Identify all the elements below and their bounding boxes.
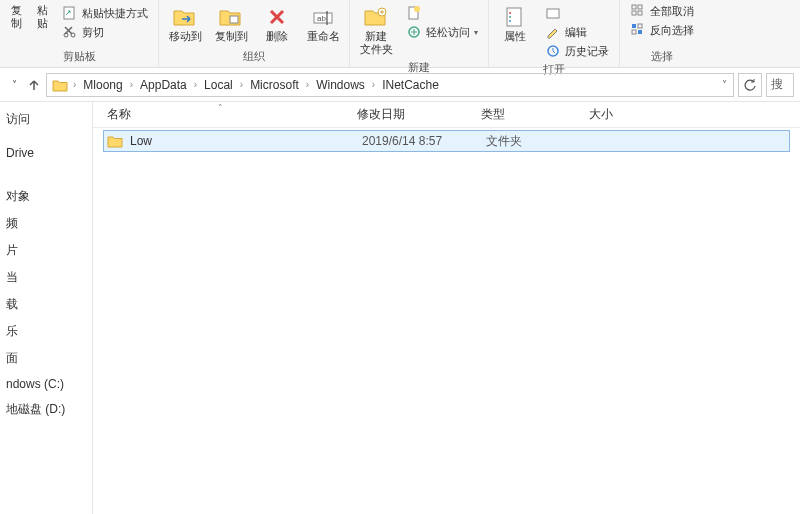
svg-rect-24 bbox=[638, 30, 642, 34]
copy-to-button[interactable]: 复制到 bbox=[209, 2, 253, 45]
svg-rect-17 bbox=[632, 5, 636, 9]
cut-button[interactable]: 剪切 bbox=[60, 23, 150, 41]
sidebar-item-drive-d[interactable]: 地磁盘 (D:) bbox=[0, 396, 92, 423]
svg-point-12 bbox=[509, 12, 511, 14]
chevron-right-icon[interactable]: › bbox=[72, 79, 77, 90]
rename-button[interactable]: ab 重命名 bbox=[301, 2, 345, 45]
svg-rect-20 bbox=[638, 11, 642, 15]
svg-rect-0 bbox=[64, 7, 74, 19]
move-to-icon bbox=[171, 4, 199, 30]
column-header-type[interactable]: 类型 bbox=[477, 106, 585, 123]
ribbon-group-organize: 移动到 复制到 删除 ab 重命名 组织 bbox=[159, 0, 350, 67]
group-label-select: 选择 bbox=[637, 47, 687, 67]
select-none-button[interactable]: 全部取消 bbox=[628, 2, 696, 20]
edit-icon bbox=[545, 24, 561, 40]
ribbon-group-clipboard: 复制 粘贴 粘贴快捷方式 剪切 剪贴板 bbox=[0, 0, 159, 67]
folder-icon bbox=[106, 132, 124, 150]
breadcrumb-item[interactable]: INetCache bbox=[377, 78, 444, 92]
svg-point-2 bbox=[71, 33, 75, 37]
rename-icon: ab bbox=[309, 4, 337, 30]
sidebar-item-documents[interactable]: 当 bbox=[0, 264, 92, 291]
file-date: 2019/6/14 8:57 bbox=[362, 134, 486, 148]
svg-rect-22 bbox=[638, 24, 642, 28]
ribbon-group-select: 全部取消 反向选择 选择 bbox=[620, 0, 704, 67]
chevron-right-icon[interactable]: › bbox=[129, 79, 134, 90]
scissors-icon bbox=[62, 24, 78, 40]
shortcut-icon bbox=[62, 5, 78, 21]
chevron-right-icon[interactable]: › bbox=[371, 79, 376, 90]
svg-text:ab: ab bbox=[317, 14, 326, 23]
file-row[interactable]: Low 2019/6/14 8:57 文件夹 bbox=[103, 130, 790, 152]
address-bar: ˅ › Mloong › AppData › Local › Microsoft… bbox=[0, 68, 800, 102]
column-headers: 名称 ˄ 修改日期 类型 大小 bbox=[93, 102, 800, 128]
refresh-button[interactable] bbox=[738, 73, 762, 97]
ribbon: 复制 粘贴 粘贴快捷方式 剪切 剪贴板 bbox=[0, 0, 800, 68]
svg-point-14 bbox=[509, 20, 511, 22]
svg-rect-18 bbox=[638, 5, 642, 9]
column-header-size[interactable]: 大小 bbox=[585, 106, 645, 123]
breadcrumb-item[interactable]: Local bbox=[199, 78, 238, 92]
history-icon bbox=[545, 43, 561, 59]
file-list-pane: 名称 ˄ 修改日期 类型 大小 Low 2019/6/14 8:57 文件夹 bbox=[93, 102, 800, 514]
svg-rect-21 bbox=[632, 24, 636, 28]
breadcrumb-dropdown[interactable]: ˅ bbox=[718, 79, 731, 90]
easy-access-button[interactable]: 轻松访问 ▾ bbox=[404, 23, 480, 41]
svg-rect-23 bbox=[632, 30, 636, 34]
delete-icon bbox=[263, 4, 291, 30]
breadcrumb-item[interactable]: Mloong bbox=[78, 78, 127, 92]
sidebar-item-drive-c[interactable]: ndows (C:) bbox=[0, 372, 92, 396]
nav-up-button[interactable] bbox=[26, 77, 42, 93]
sidebar-item-music[interactable]: 乐 bbox=[0, 318, 92, 345]
sidebar: 访问 Drive 对象 频 片 当 载 乐 面 ndows (C:) 地磁盘 (… bbox=[0, 102, 93, 514]
nav-dropdown-button[interactable]: ˅ bbox=[6, 77, 22, 93]
file-name: Low bbox=[130, 134, 362, 148]
select-none-icon bbox=[630, 3, 646, 19]
svg-point-9 bbox=[414, 6, 420, 12]
svg-rect-19 bbox=[632, 11, 636, 15]
svg-point-13 bbox=[509, 16, 511, 18]
copy-to-icon bbox=[217, 4, 245, 30]
chevron-right-icon[interactable]: › bbox=[239, 79, 244, 90]
sidebar-item-downloads[interactable]: 载 bbox=[0, 291, 92, 318]
open-icon bbox=[545, 5, 561, 21]
new-item-button[interactable] bbox=[404, 4, 480, 22]
copy-button[interactable]: 复制 bbox=[4, 2, 28, 32]
ribbon-group-open: 属性 编辑 历史记录 bbox=[489, 0, 620, 67]
file-type: 文件夹 bbox=[486, 133, 594, 150]
breadcrumb[interactable]: › Mloong › AppData › Local › Microsoft ›… bbox=[46, 73, 734, 97]
chevron-right-icon[interactable]: › bbox=[305, 79, 310, 90]
folder-icon bbox=[51, 76, 69, 94]
new-folder-icon bbox=[362, 4, 390, 30]
breadcrumb-item[interactable]: Microsoft bbox=[245, 78, 304, 92]
move-to-button[interactable]: 移动到 bbox=[163, 2, 207, 45]
group-label-clipboard: 剪贴板 bbox=[54, 47, 104, 67]
ribbon-group-new: 新建 文件夹 轻松访问 ▾ 新建 bbox=[350, 0, 489, 67]
new-folder-button[interactable]: 新建 文件夹 bbox=[354, 2, 398, 58]
paste-button[interactable]: 粘贴 bbox=[30, 2, 54, 32]
easy-access-icon bbox=[406, 24, 422, 40]
properties-button[interactable]: 属性 bbox=[493, 2, 537, 45]
column-header-date[interactable]: 修改日期 bbox=[353, 106, 477, 123]
breadcrumb-item[interactable]: Windows bbox=[311, 78, 370, 92]
group-label-organize: 组织 bbox=[229, 47, 279, 67]
sidebar-item[interactable] bbox=[0, 173, 92, 183]
delete-button[interactable]: 删除 bbox=[255, 2, 299, 45]
sidebar-item-onedrive[interactable]: Drive bbox=[0, 141, 92, 165]
paste-shortcut-button[interactable]: 粘贴快捷方式 bbox=[60, 4, 150, 22]
new-item-icon bbox=[406, 5, 422, 21]
chevron-down-icon: ▾ bbox=[474, 28, 478, 37]
chevron-right-icon[interactable]: › bbox=[193, 79, 198, 90]
history-button[interactable]: 历史记录 bbox=[543, 42, 611, 60]
sidebar-item-desktop[interactable]: 面 bbox=[0, 345, 92, 372]
invert-selection-button[interactable]: 反向选择 bbox=[628, 21, 696, 39]
open-dropdown-button[interactable] bbox=[543, 4, 611, 22]
search-input[interactable]: 搜 bbox=[766, 73, 794, 97]
edit-button[interactable]: 编辑 bbox=[543, 23, 611, 41]
column-header-name[interactable]: 名称 ˄ bbox=[103, 106, 353, 123]
sidebar-item-objects[interactable]: 对象 bbox=[0, 183, 92, 210]
sidebar-item-quick-access[interactable]: 访问 bbox=[0, 106, 92, 133]
sort-indicator-icon: ˄ bbox=[218, 103, 223, 113]
sidebar-item-videos[interactable]: 频 bbox=[0, 210, 92, 237]
sidebar-item-pictures[interactable]: 片 bbox=[0, 237, 92, 264]
breadcrumb-item[interactable]: AppData bbox=[135, 78, 192, 92]
